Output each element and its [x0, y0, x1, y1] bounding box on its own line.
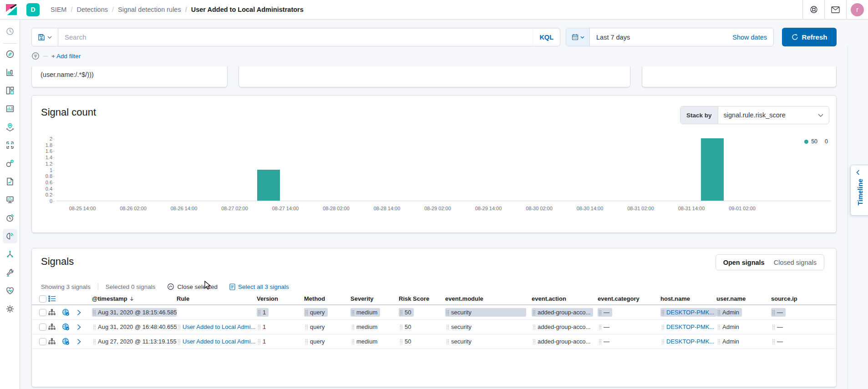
breadcrumb-signal-detection-rules[interactable]: Signal detection rules — [108, 6, 181, 13]
date-quick-select-button[interactable] — [566, 28, 590, 46]
open-signals-button[interactable]: Open signals — [723, 259, 765, 266]
user-name-chip[interactable]: Admin — [716, 323, 742, 331]
discover-icon[interactable] — [3, 47, 17, 61]
column-header-rule[interactable]: Rule — [177, 295, 257, 302]
column-header-host-name[interactable]: host.name — [660, 295, 716, 302]
column-header-event-module[interactable]: event.module — [445, 295, 532, 302]
timestamp-chip[interactable]: Aug 31, 2020 @ 16:48:40.655 — [92, 323, 177, 331]
rule-link[interactable]: User Added to Local Admi... — [177, 323, 257, 331]
recently-viewed-icon[interactable] — [3, 24, 17, 39]
timestamp-chip[interactable]: Aug 31, 2020 @ 18:15:46.585 — [92, 308, 177, 317]
event-category-chip[interactable]: — — [598, 337, 612, 346]
refresh-button[interactable]: Refresh — [782, 28, 837, 46]
host-name-link[interactable]: DESKTOP-PMK... — [660, 308, 716, 317]
visualize-icon[interactable] — [3, 65, 17, 80]
siem-icon[interactable] — [3, 229, 17, 243]
signal-count-bar[interactable] — [257, 170, 280, 201]
add-filter-button[interactable]: + Add filter — [51, 53, 81, 60]
column-header-timestamp[interactable]: @timestamp — [92, 295, 177, 302]
version-chip[interactable]: 1 — [257, 337, 269, 346]
column-header-event-action[interactable]: event.action — [532, 295, 598, 302]
dashboard-icon[interactable] — [3, 83, 17, 98]
row-checkbox[interactable] — [39, 323, 46, 331]
risk-score-chip[interactable]: 50 — [399, 323, 414, 331]
machine-learning-icon[interactable] — [3, 138, 17, 152]
user-menu-button[interactable]: r — [846, 0, 868, 19]
saved-query-menu-button[interactable] — [31, 28, 58, 46]
help-button[interactable] — [802, 0, 824, 19]
version-chip[interactable]: 1 — [257, 308, 269, 317]
select-all-signals-button[interactable]: Select all 3 signals — [229, 283, 289, 290]
event-category-chip[interactable]: — — [598, 323, 612, 331]
canvas-icon[interactable] — [3, 101, 17, 116]
fields-browser-button[interactable] — [48, 295, 62, 302]
event-category-chip[interactable]: — — [598, 308, 612, 317]
investigate-resolver-button[interactable] — [62, 338, 77, 345]
maps-icon[interactable] — [3, 120, 17, 134]
host-name-link[interactable]: DESKTOP-PMK... — [660, 323, 716, 331]
timestamp-chip[interactable]: Aug 27, 2020 @ 11:13:19.155 — [92, 337, 177, 346]
signal-count-bar[interactable] — [701, 138, 724, 201]
graph-icon[interactable] — [3, 156, 17, 171]
rule-link[interactable]: User Added to Local Admi... — [177, 337, 257, 346]
analyze-event-button[interactable] — [48, 323, 62, 331]
risk-score-chip[interactable]: 50 — [399, 308, 414, 317]
event-action-chip[interactable]: added-group-acco... — [532, 308, 593, 317]
column-header-method[interactable]: Method — [304, 295, 350, 302]
breadcrumb-siem[interactable]: SIEM — [51, 6, 66, 13]
source-ip-chip[interactable]: — — [771, 337, 786, 346]
column-header-version[interactable]: Version — [257, 295, 304, 302]
host-name-link[interactable]: DESKTOP-PMK... — [660, 337, 716, 346]
event-module-chip[interactable]: security — [445, 308, 526, 317]
apm-icon[interactable] — [3, 247, 17, 262]
source-ip-chip[interactable]: — — [771, 323, 786, 331]
logs-icon[interactable] — [3, 174, 17, 189]
metrics-icon[interactable] — [3, 192, 17, 207]
column-header-event-category[interactable]: event.category — [598, 295, 660, 302]
method-chip[interactable]: query — [304, 323, 328, 331]
closed-signals-button[interactable]: Closed signals — [774, 259, 817, 266]
expand-row-chevron-icon[interactable] — [77, 309, 92, 316]
filter-icon[interactable] — [31, 52, 40, 60]
row-checkbox[interactable] — [39, 309, 46, 316]
dev-tools-icon[interactable] — [3, 265, 17, 280]
select-all-checkbox[interactable] — [39, 295, 46, 303]
space-badge[interactable]: D — [26, 3, 40, 16]
analyze-event-button[interactable] — [48, 309, 62, 316]
investigate-resolver-button[interactable] — [62, 308, 77, 316]
expand-row-chevron-icon[interactable] — [77, 338, 92, 345]
close-selected-button[interactable]: Close selected — [167, 283, 218, 290]
user-name-chip[interactable]: Admin — [716, 308, 742, 317]
newsfeed-button[interactable] — [824, 0, 846, 19]
expand-row-chevron-icon[interactable] — [77, 324, 92, 330]
risk-score-chip[interactable]: 50 — [399, 337, 414, 346]
management-icon[interactable] — [3, 302, 17, 316]
severity-chip[interactable]: medium — [350, 308, 380, 317]
investigate-resolver-button[interactable] — [62, 323, 77, 331]
breadcrumb-detections[interactable]: Detections — [66, 6, 108, 13]
source-ip-chip[interactable]: — — [771, 308, 786, 317]
stack-by-select[interactable]: signal.rule.risk_score — [718, 106, 829, 124]
search-input[interactable] — [58, 33, 533, 41]
method-chip[interactable]: query — [304, 308, 328, 317]
severity-chip[interactable]: medium — [350, 323, 380, 331]
method-chip[interactable]: query — [304, 337, 328, 346]
column-header-risk-score[interactable]: Risk Score — [399, 295, 445, 302]
column-header-user-name[interactable]: user.name — [716, 295, 771, 302]
column-header-source-ip[interactable]: source.ip — [771, 295, 829, 302]
kibana-logo[interactable] — [0, 0, 22, 19]
event-action-chip[interactable]: added-group-acco... — [532, 337, 593, 346]
event-module-chip[interactable]: security — [445, 337, 474, 346]
kql-toggle-button[interactable]: KQL — [533, 28, 560, 46]
date-range-value[interactable]: Last 7 days — [590, 34, 726, 41]
column-header-severity[interactable]: Severity — [350, 295, 399, 302]
row-checkbox[interactable] — [39, 338, 46, 345]
severity-chip[interactable]: medium — [350, 337, 380, 346]
uptime-icon[interactable] — [3, 211, 17, 225]
analyze-event-button[interactable] — [48, 338, 62, 345]
timeline-flyout-toggle[interactable]: Timeline — [850, 165, 868, 216]
version-chip[interactable]: 1 — [257, 323, 269, 331]
event-module-chip[interactable]: security — [445, 323, 474, 331]
show-dates-button[interactable]: Show dates — [726, 34, 773, 41]
stack-monitoring-icon[interactable] — [3, 283, 17, 298]
